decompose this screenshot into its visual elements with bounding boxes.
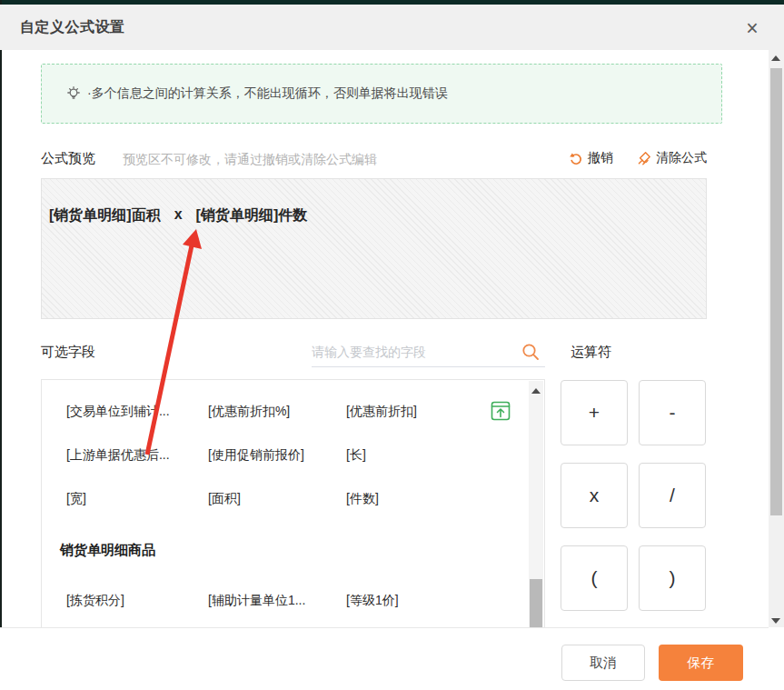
formula-token-operator: x	[174, 206, 183, 225]
eraser-icon	[637, 151, 651, 165]
page-scrollbar-thumb[interactable]	[770, 68, 782, 515]
scroll-down-icon[interactable]	[771, 618, 780, 624]
scroll-up-icon[interactable]	[771, 55, 780, 61]
operator-minus-button[interactable]: -	[639, 380, 706, 445]
field-search-input[interactable]	[312, 338, 516, 365]
operator-divide-button[interactable]: /	[639, 463, 706, 528]
undo-icon	[569, 151, 583, 165]
save-button[interactable]: 保存	[659, 645, 743, 681]
field-item[interactable]: [面积]	[208, 491, 241, 507]
dialog-header: 自定义公式设置 ×	[0, 5, 784, 50]
preview-section-title: 公式预览	[41, 150, 95, 167]
cancel-button[interactable]: 取消	[561, 645, 645, 681]
field-item[interactable]: [上游单据优惠后...	[66, 447, 170, 464]
close-icon[interactable]: ×	[740, 17, 764, 41]
preview-readonly-note: 预览区不可修改，请通过撤销或清除公式编辑	[123, 152, 377, 168]
formula-token-field: [销货单明细]件数	[196, 206, 308, 225]
operators-section-title: 运算符	[571, 344, 611, 361]
field-search	[312, 338, 545, 367]
operator-grid: + - x / ( )	[561, 380, 706, 611]
formula-token-field: [销货单明细]面积	[49, 206, 161, 225]
hint-text: ·多个信息之间的计算关系，不能出现循环，否则单据将出现错误	[87, 85, 448, 102]
field-item[interactable]: [件数]	[346, 491, 379, 507]
field-item[interactable]: [交易单位到辅计...	[66, 404, 170, 420]
field-item[interactable]: [拣货积分]	[66, 593, 124, 609]
preview-toolbar: 公式预览 预览区不可修改，请通过撤销或清除公式编辑 撤销	[41, 150, 707, 170]
fields-section-title: 可选字段	[41, 344, 95, 361]
undo-button[interactable]: 撤销	[569, 150, 613, 166]
scroll-up-icon[interactable]	[531, 388, 541, 394]
lightbulb-icon	[65, 85, 82, 102]
formula-preview-area: [销货单明细]面积 x [销货单明细]件数	[41, 178, 707, 319]
dialog-title: 自定义公式设置	[20, 18, 125, 37]
page-scrollbar[interactable]	[769, 50, 784, 627]
dialog-footer: 取消 保存	[0, 628, 784, 690]
field-list-scrollbar[interactable]	[529, 381, 543, 627]
formula-expression: [销货单明细]面积 x [销货单明细]件数	[49, 206, 699, 225]
field-list-panel: [交易单位到辅计... [优惠前折扣%] [优惠前折扣] [上游单据优惠后...…	[41, 379, 545, 627]
field-item[interactable]: [长]	[346, 447, 366, 464]
custom-formula-dialog: 自定义公式设置 × ·多个信息之间的计算关系，不能出现循环，否则单据将出现错误 …	[0, 0, 784, 690]
field-item[interactable]: [优惠前折扣]	[346, 404, 417, 420]
clear-formula-label: 清除公式	[656, 150, 707, 166]
field-item[interactable]: [优惠前折扣%]	[208, 404, 290, 420]
undo-label: 撤销	[588, 150, 613, 166]
operator-open-paren-button[interactable]: (	[561, 545, 628, 611]
field-group-header: 销货单明细商品	[60, 542, 155, 559]
field-item[interactable]: [宽]	[66, 491, 86, 507]
back-to-top-icon[interactable]	[491, 401, 511, 421]
operator-multiply-button[interactable]: x	[561, 463, 628, 528]
field-item[interactable]: [等级1价]	[346, 593, 399, 609]
operator-close-paren-button[interactable]: )	[639, 545, 706, 611]
hint-banner: ·多个信息之间的计算关系，不能出现循环，否则单据将出现错误	[41, 64, 722, 124]
field-item[interactable]: [使用促销前报价]	[208, 447, 304, 464]
dialog-left-edge	[0, 0, 2, 690]
field-item[interactable]: [辅助计量单位1...	[208, 593, 305, 609]
clear-formula-button[interactable]: 清除公式	[637, 150, 707, 166]
search-icon[interactable]	[521, 342, 541, 362]
field-list-scrollbar-thumb[interactable]	[530, 579, 542, 628]
operator-plus-button[interactable]: +	[561, 380, 628, 445]
